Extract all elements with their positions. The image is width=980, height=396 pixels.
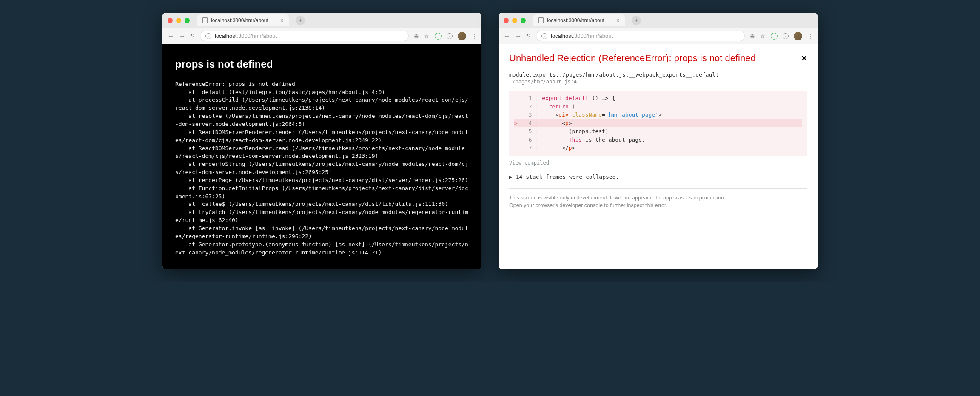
divider xyxy=(509,188,807,189)
tab-title: localhost:3000/hmr/about xyxy=(547,17,604,23)
file-location: ./pages/hmr/about.js:4 xyxy=(509,79,807,85)
toolbar-right: ⊕ ☆ i ⋮ xyxy=(750,32,812,40)
code-line: 5 | {props.test} xyxy=(514,127,802,136)
bookmark-icon[interactable]: ☆ xyxy=(424,33,430,40)
url-host: localhost xyxy=(551,33,573,39)
code-line: 3 | <div className='hmr-about-page'> xyxy=(514,111,802,119)
forward-button[interactable]: → xyxy=(515,32,521,40)
site-info-icon[interactable]: i xyxy=(541,33,547,39)
maximize-window-button[interactable] xyxy=(185,18,190,23)
browser-tab[interactable]: localhost:3000/hmr/about × xyxy=(197,14,289,26)
reload-button[interactable]: ↻ xyxy=(190,32,195,40)
info-icon[interactable]: i xyxy=(783,33,789,39)
site-info-icon[interactable]: i xyxy=(205,33,211,39)
error-header: Unhandled Rejection (ReferenceError): pr… xyxy=(509,53,807,64)
close-window-button[interactable] xyxy=(504,18,509,23)
tab-title: localhost:3000/hmr/about xyxy=(211,17,268,23)
footer-line-2: Open your browser's developer console to… xyxy=(509,202,807,210)
minimize-window-button[interactable] xyxy=(512,18,517,23)
profile-avatar[interactable] xyxy=(458,32,466,40)
forward-button[interactable]: → xyxy=(179,32,185,40)
code-line: 1 | export default () => { xyxy=(514,94,802,103)
extension-icon[interactable] xyxy=(435,33,442,40)
new-tab-button[interactable]: + xyxy=(296,16,305,25)
page-icon xyxy=(538,17,544,23)
new-tab-button[interactable]: + xyxy=(632,16,641,25)
address-bar[interactable]: i localhost:3000/hmr/about xyxy=(200,31,409,41)
module-path: module.exports../pages/hmr/about.js.__we… xyxy=(509,71,807,78)
url-path: :3000/hmr/about xyxy=(236,33,277,39)
browser-window-right: localhost:3000/hmr/about × + ← → ↻ i loc… xyxy=(499,13,818,269)
address-bar[interactable]: i localhost:3000/hmr/about xyxy=(536,31,745,41)
error-heading: Unhandled Rejection (ReferenceError): pr… xyxy=(509,53,756,64)
nav-arrows: ← → ↻ xyxy=(168,32,195,40)
titlebar: localhost:3000/hmr/about × + xyxy=(162,13,481,28)
code-line: 2 | return ( xyxy=(514,103,802,111)
extension-icon[interactable] xyxy=(771,33,778,40)
bookmark-icon[interactable]: ☆ xyxy=(760,33,766,40)
browser-window-left: localhost:3000/hmr/about × + ← → ↻ i loc… xyxy=(162,13,481,269)
traffic-lights xyxy=(168,18,190,23)
close-overlay-button[interactable]: × xyxy=(801,53,807,64)
profile-avatar[interactable] xyxy=(794,32,802,40)
collapsed-stack-toggle[interactable]: ▶ 14 stack frames were collapsed. xyxy=(509,174,807,180)
reload-button[interactable]: ↻ xyxy=(526,32,531,40)
traffic-lights xyxy=(504,18,526,23)
close-window-button[interactable] xyxy=(168,18,173,23)
close-tab-icon[interactable]: × xyxy=(280,17,284,24)
toolbar: ← → ↻ i localhost:3000/hmr/about ⊕ ☆ i ⋮ xyxy=(499,28,818,44)
info-icon[interactable]: i xyxy=(447,33,453,39)
menu-icon[interactable]: ⋮ xyxy=(471,33,476,40)
menu-icon[interactable]: ⋮ xyxy=(807,33,812,40)
nav-arrows: ← → ↻ xyxy=(504,32,531,40)
zoom-icon[interactable]: ⊕ xyxy=(414,33,419,40)
titlebar: localhost:3000/hmr/about × + xyxy=(499,13,818,28)
error-heading: props is not defined xyxy=(175,57,469,72)
page-icon xyxy=(202,17,208,23)
code-line: > 4 | <p> xyxy=(514,119,802,128)
code-line: 6 | This is the about page. xyxy=(514,136,802,144)
url-path: :3000/hmr/about xyxy=(573,33,613,39)
code-snippet: 1 | export default () => { 2 | return ( … xyxy=(509,91,807,156)
toolbar: ← → ↻ i localhost:3000/hmr/about ⊕ ☆ i ⋮ xyxy=(162,28,481,44)
browser-tab[interactable]: localhost:3000/hmr/about × xyxy=(533,14,625,26)
error-page-dark: props is not defined ReferenceError: pro… xyxy=(162,44,481,269)
code-line: 7 | </p> xyxy=(514,144,802,152)
zoom-icon[interactable]: ⊕ xyxy=(750,33,755,40)
maximize-window-button[interactable] xyxy=(521,18,526,23)
toolbar-right: ⊕ ☆ i ⋮ xyxy=(414,32,476,40)
minimize-window-button[interactable] xyxy=(176,18,181,23)
url-host: localhost xyxy=(215,33,236,39)
error-overlay: Unhandled Rejection (ReferenceError): pr… xyxy=(499,44,818,269)
back-button[interactable]: ← xyxy=(168,32,174,40)
footer-line-1: This screen is visible only in developme… xyxy=(509,194,807,202)
stack-trace: ReferenceError: props is not defined at … xyxy=(175,80,469,257)
back-button[interactable]: ← xyxy=(504,32,510,40)
close-tab-icon[interactable]: × xyxy=(616,17,620,24)
view-compiled-link[interactable]: View compiled xyxy=(509,160,807,166)
